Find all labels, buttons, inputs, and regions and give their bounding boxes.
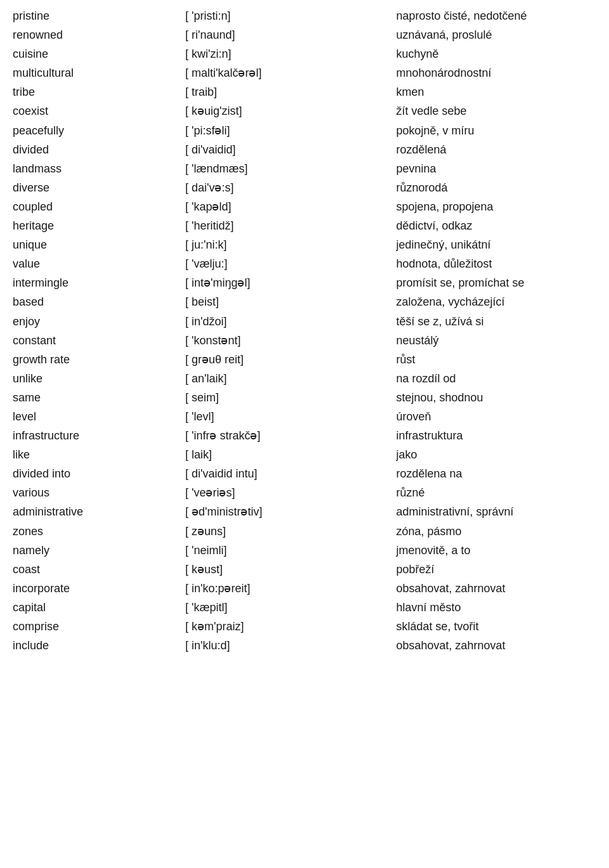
phonetic-cell: [ əd'ministrətiv] <box>183 502 393 521</box>
word-cell: intermingle <box>10 273 183 292</box>
table-row: based[ beist]založena, vycházející <box>10 292 599 311</box>
table-row: namely[ 'neimli]jmenovitě, a to <box>10 541 599 560</box>
table-row: diverse[ dai'və:s]různorodá <box>10 178 599 197</box>
table-row: landmass[ 'lændmæs]pevnina <box>10 159 599 178</box>
word-cell: divided <box>10 140 183 159</box>
phonetic-cell: [ 'vælju:] <box>183 254 393 273</box>
phonetic-cell: [ kəuig'zist] <box>183 101 393 120</box>
translation-cell: kuchyně <box>393 44 599 63</box>
translation-cell: neustálý <box>393 331 599 350</box>
word-cell: level <box>10 407 183 426</box>
word-cell: landmass <box>10 159 183 178</box>
word-cell: unique <box>10 235 183 254</box>
translation-cell: rozdělená <box>393 140 599 159</box>
table-row: divided[ di'vaidid]rozdělená <box>10 140 599 159</box>
translation-cell: mnohonárodnostní <box>393 63 599 82</box>
word-cell: cuisine <box>10 44 183 63</box>
word-cell: multicultural <box>10 63 183 82</box>
word-cell: renowned <box>10 25 183 44</box>
table-row: enjoy[ in'džoi]těší se z, užívá si <box>10 312 599 331</box>
table-row: tribe[ traib]kmen <box>10 82 599 101</box>
phonetic-cell: [ ju:'ni:k] <box>183 235 393 254</box>
table-row: constant[ 'konstənt]neustálý <box>10 331 599 350</box>
table-row: level[ 'levl]úroveň <box>10 407 599 426</box>
translation-cell: naprosto čisté, nedotčené <box>393 6 599 25</box>
translation-cell: různé <box>393 483 599 502</box>
table-row: multicultural[ malti'kalčərəl]mnohonárod… <box>10 63 599 82</box>
word-cell: value <box>10 254 183 273</box>
phonetic-cell: [ di'vaidid] <box>183 140 393 159</box>
phonetic-cell: [ 'konstənt] <box>183 331 393 350</box>
word-cell: infrastructure <box>10 426 183 445</box>
translation-cell: obsahovat, zahrnovat <box>393 579 599 598</box>
phonetic-cell: [ intə'miŋgəl] <box>183 273 393 292</box>
table-row: various[ 'veəriəs]různé <box>10 483 599 502</box>
table-row: divided into[ di'vaidid intu]rozdělena n… <box>10 464 599 483</box>
translation-cell: jako <box>393 445 599 464</box>
table-row: intermingle[ intə'miŋgəl]promísit se, pr… <box>10 273 599 292</box>
phonetic-cell: [ malti'kalčərəl] <box>183 63 393 82</box>
translation-cell: pokojně, v míru <box>393 121 599 140</box>
table-row: zones[ zəuns]zóna, pásmo <box>10 522 599 541</box>
vocabulary-table: pristine[ 'pristi:n]naprosto čisté, nedo… <box>10 6 599 655</box>
phonetic-cell: [ traib] <box>183 82 393 101</box>
table-row: capital[ 'kæpitl]hlavní město <box>10 598 599 617</box>
word-cell: enjoy <box>10 312 183 331</box>
translation-cell: těší se z, užívá si <box>393 312 599 331</box>
word-cell: like <box>10 445 183 464</box>
table-row: renowned[ ri'naund]uznávaná, proslulé <box>10 25 599 44</box>
translation-cell: různorodá <box>393 178 599 197</box>
translation-cell: jmenovitě, a to <box>393 541 599 560</box>
word-cell: coast <box>10 560 183 579</box>
table-row: heritage[ 'heritidž]dědictví, odkaz <box>10 216 599 235</box>
translation-cell: kmen <box>393 82 599 101</box>
translation-cell: úroveň <box>393 407 599 426</box>
phonetic-cell: [ 'kapəld] <box>183 197 393 216</box>
word-cell: capital <box>10 598 183 617</box>
translation-cell: stejnou, shodnou <box>393 388 599 407</box>
table-row: cuisine[ kwi'zi:n]kuchyně <box>10 44 599 63</box>
phonetic-cell: [ 'pristi:n] <box>183 6 393 25</box>
word-cell: various <box>10 483 183 502</box>
phonetic-cell: [ 'neimli] <box>183 541 393 560</box>
phonetic-cell: [ kəust] <box>183 560 393 579</box>
translation-cell: rozdělena na <box>393 464 599 483</box>
table-row: coast[ kəust]pobřeží <box>10 560 599 579</box>
table-row: administrative[ əd'ministrətiv]administr… <box>10 502 599 521</box>
translation-cell: hlavní město <box>393 598 599 617</box>
phonetic-cell: [ 'pi:sfəli] <box>183 121 393 140</box>
table-row: pristine[ 'pristi:n]naprosto čisté, nedo… <box>10 6 599 25</box>
translation-cell: administrativní, správní <box>393 502 599 521</box>
table-row: growth rate[ grəuθ reit]růst <box>10 350 599 369</box>
table-row: comprise[ kəm'praiz]skládat se, tvořit <box>10 617 599 636</box>
word-cell: same <box>10 388 183 407</box>
word-cell: coupled <box>10 197 183 216</box>
translation-cell: pobřeží <box>393 560 599 579</box>
word-cell: include <box>10 636 183 655</box>
phonetic-cell: [ kəm'praiz] <box>183 617 393 636</box>
word-cell: unlike <box>10 369 183 388</box>
phonetic-cell: [ dai'və:s] <box>183 178 393 197</box>
translation-cell: jedinečný, unikátní <box>393 235 599 254</box>
word-cell: diverse <box>10 178 183 197</box>
phonetic-cell: [ di'vaidid intu] <box>183 464 393 483</box>
word-cell: based <box>10 292 183 311</box>
table-row: unlike[ an'laik]na rozdíl od <box>10 369 599 388</box>
word-cell: comprise <box>10 617 183 636</box>
phonetic-cell: [ in'klu:d] <box>183 636 393 655</box>
phonetic-cell: [ in'ko:pəreit] <box>183 579 393 598</box>
word-cell: administrative <box>10 502 183 521</box>
word-cell: tribe <box>10 82 183 101</box>
phonetic-cell: [ an'laik] <box>183 369 393 388</box>
phonetic-cell: [ 'lændmæs] <box>183 159 393 178</box>
translation-cell: dědictví, odkaz <box>393 216 599 235</box>
table-row: unique[ ju:'ni:k]jedinečný, unikátní <box>10 235 599 254</box>
table-row: same[ seim]stejnou, shodnou <box>10 388 599 407</box>
phonetic-cell: [ 'heritidž] <box>183 216 393 235</box>
translation-cell: uznávaná, proslulé <box>393 25 599 44</box>
table-row: infrastructure[ 'infrə strakčə]infrastru… <box>10 426 599 445</box>
translation-cell: pevnina <box>393 159 599 178</box>
table-row: coexist[ kəuig'zist]žít vedle sebe <box>10 101 599 120</box>
word-cell: namely <box>10 541 183 560</box>
translation-cell: založena, vycházející <box>393 292 599 311</box>
